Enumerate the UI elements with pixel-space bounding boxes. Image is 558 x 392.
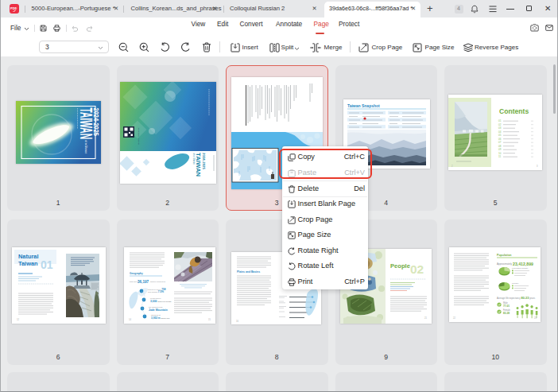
svg-text:TAIWAN: TAIWAN: [76, 108, 96, 140]
svg-text:05: 05: [498, 134, 502, 137]
svg-text:Jade Mountain: Jade Mountain: [149, 309, 168, 312]
svg-text:09: 09: [498, 148, 502, 151]
svg-text:at a Glance: at a Glance: [84, 140, 87, 153]
svg-text:and islands 7.5%: and islands 7.5%: [148, 290, 164, 293]
svg-text:Natural: Natural: [18, 253, 38, 260]
svg-text:14: 14: [129, 318, 131, 321]
svg-text:Population: Population: [497, 254, 512, 257]
svg-text:15: 15: [208, 318, 211, 321]
svg-text:Contents: Contents: [499, 107, 529, 115]
svg-text:Gender: Gender: [512, 282, 519, 285]
svg-text:77.01: 77.01: [503, 305, 510, 308]
svg-text:06: 06: [498, 138, 502, 141]
svg-text:at a Glance: at a Glance: [192, 153, 195, 165]
svg-text:Plains and Basins: Plains and Basins: [237, 270, 260, 274]
svg-text:01: 01: [41, 258, 53, 271]
svg-text:02: 02: [498, 123, 502, 126]
svg-text:Geography: Geography: [130, 272, 143, 275]
svg-text:16: 16: [236, 320, 238, 323]
svg-text:3,952 m above sea: 3,952 m above sea: [151, 316, 170, 320]
svg-text:People: People: [390, 262, 410, 270]
svg-text:2024-2025 TAIWAN: 2024-2025 TAIWAN: [137, 127, 139, 144]
svg-text:03: 03: [498, 126, 502, 130]
svg-text:square kilometers: square kilometers: [150, 281, 166, 283]
svg-text:12: 12: [17, 318, 19, 321]
svg-text:3,000 meters in height: 3,000 meters in height: [150, 300, 172, 303]
svg-text:83.28: 83.28: [503, 312, 510, 315]
svg-text:23,412,899: 23,412,899: [513, 262, 533, 266]
svg-text:Taiwan: Taiwan: [18, 260, 38, 267]
svg-text:11: 11: [498, 155, 501, 158]
svg-text:36,197: 36,197: [138, 280, 149, 284]
svg-text:10: 10: [498, 152, 502, 155]
svg-text:04: 04: [498, 130, 502, 134]
svg-text:Taiwan Snapshot: Taiwan Snapshot: [347, 103, 380, 107]
svg-text:01: 01: [498, 119, 502, 122]
svg-text:02: 02: [410, 262, 424, 276]
svg-text:3: 3: [537, 165, 538, 168]
svg-text:Average life expectancy 80.23: Average life expectancy 80.23 years: [497, 296, 536, 300]
svg-text:Population density: Population density: [512, 267, 529, 270]
svg-text:22: 22: [453, 316, 455, 320]
svg-text:07: 07: [498, 141, 502, 144]
svg-text:08: 08: [498, 145, 502, 148]
svg-text:Approximately: Approximately: [497, 262, 513, 266]
